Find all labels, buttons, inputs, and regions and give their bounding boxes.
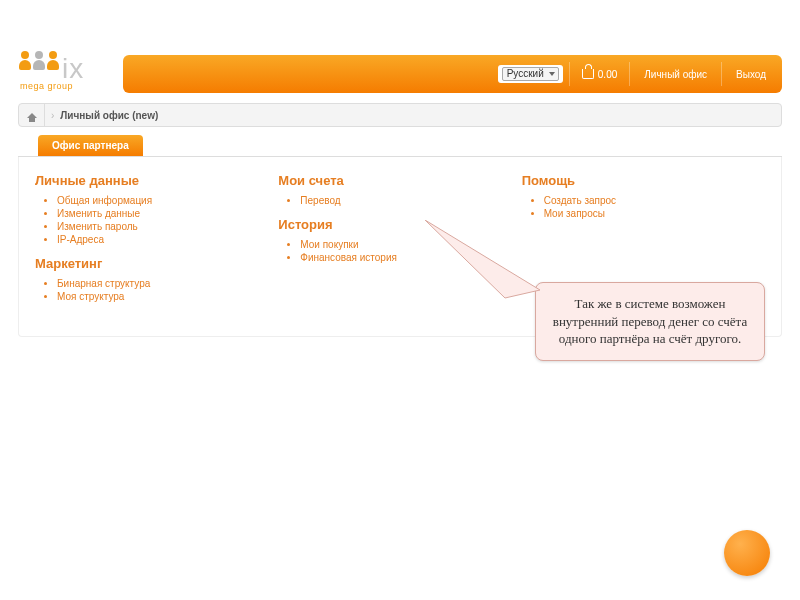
chevron-right-icon: › xyxy=(45,110,60,121)
logo: ix mega group xyxy=(18,55,113,93)
list-item: Финансовая история xyxy=(300,251,521,264)
logout-link[interactable]: Выход xyxy=(728,69,774,80)
list-item: Перевод xyxy=(300,194,521,207)
link-my-requests[interactable]: Мои запросы xyxy=(544,208,605,219)
list-item: Мои покупки xyxy=(300,238,521,251)
decorative-dot-icon xyxy=(724,530,770,576)
top-bar: Русский 0.00 Личный офис Выход xyxy=(123,55,782,93)
list-item: Изменить пароль xyxy=(57,220,278,233)
link-general-info[interactable]: Общая информация xyxy=(57,195,152,206)
section-history-title: История xyxy=(278,217,521,232)
section-marketing-list: Бинарная структура Моя структура xyxy=(35,277,278,303)
list-item: Моя структура xyxy=(57,290,278,303)
section-accounts-title: Мои счета xyxy=(278,173,521,188)
annotation-callout: Так же в системе возможен внутренний пер… xyxy=(535,282,765,361)
link-edit-data[interactable]: Изменить данные xyxy=(57,208,140,219)
link-edit-password[interactable]: Изменить пароль xyxy=(57,221,138,232)
list-item: Бинарная структура xyxy=(57,277,278,290)
section-marketing-title: Маркетинг xyxy=(35,256,278,271)
cart-icon xyxy=(582,69,594,79)
link-transfer[interactable]: Перевод xyxy=(300,195,340,206)
column-left: Личные данные Общая информация Изменить … xyxy=(35,169,278,316)
link-my-purchases[interactable]: Мои покупки xyxy=(300,239,358,250)
balance-display[interactable]: 0.00 xyxy=(576,69,623,80)
section-help-title: Помощь xyxy=(522,173,765,188)
list-item: Создать запрос xyxy=(544,194,765,207)
list-item: Изменить данные xyxy=(57,207,278,220)
link-create-request[interactable]: Создать запрос xyxy=(544,195,616,206)
section-accounts-list: Перевод xyxy=(278,194,521,207)
tab-partner-office[interactable]: Офис партнера xyxy=(38,135,143,156)
page-root: ix mega group Русский 0.00 Личный офис В… xyxy=(0,0,800,600)
separator xyxy=(569,62,570,86)
section-help-list: Создать запрос Мои запросы xyxy=(522,194,765,220)
breadcrumb-current: Личный офис (new) xyxy=(60,110,158,121)
link-binary-structure[interactable]: Бинарная структура xyxy=(57,278,150,289)
language-selector[interactable]: Русский xyxy=(498,65,563,83)
balance-value: 0.00 xyxy=(598,69,617,80)
link-my-structure[interactable]: Моя структура xyxy=(57,291,124,302)
language-value: Русский xyxy=(502,67,559,81)
link-financial-history[interactable]: Финансовая история xyxy=(300,252,397,263)
list-item: Мои запросы xyxy=(544,207,765,220)
section-personal-list: Общая информация Изменить данные Изменит… xyxy=(35,194,278,246)
section-personal-title: Личные данные xyxy=(35,173,278,188)
separator xyxy=(721,62,722,86)
list-item: IP-Адреса xyxy=(57,233,278,246)
tab-bar: Офис партнера xyxy=(18,135,782,157)
logo-people-icon xyxy=(18,51,60,70)
breadcrumb-home[interactable] xyxy=(19,104,45,126)
list-item: Общая информация xyxy=(57,194,278,207)
callout-text: Так же в системе возможен внутренний пер… xyxy=(535,282,765,361)
separator xyxy=(629,62,630,86)
header-row: ix mega group Русский 0.00 Личный офис В… xyxy=(18,55,782,93)
home-icon xyxy=(27,113,37,118)
link-ip-addresses[interactable]: IP-Адреса xyxy=(57,234,104,245)
column-middle: Мои счета Перевод История Мои покупки Фи… xyxy=(278,169,521,316)
logo-subtext: mega group xyxy=(20,81,73,91)
section-history-list: Мои покупки Финансовая история xyxy=(278,238,521,264)
personal-office-link[interactable]: Личный офис xyxy=(636,69,715,80)
breadcrumb: › Личный офис (new) xyxy=(18,103,782,127)
